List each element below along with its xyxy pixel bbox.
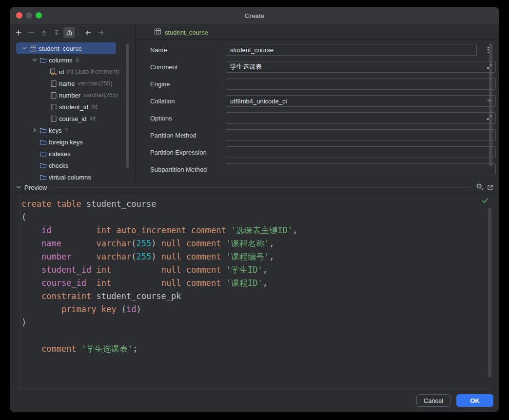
chevron-down-icon[interactable] — [20, 45, 28, 51]
tree-item-type: int — [89, 115, 96, 122]
close-window-button[interactable] — [16, 12, 22, 19]
chevron-down-icon[interactable] — [30, 57, 39, 63]
add-button[interactable] — [13, 27, 24, 38]
editor-tab[interactable]: student_course — [136, 25, 499, 40]
sql-preview-editor[interactable]: create table student_course( id int auto… — [15, 194, 494, 388]
tree-item-id[interactable]: idint (auto increment) — [16, 66, 116, 78]
tree-item-columns[interactable]: columns5 — [16, 54, 116, 66]
code-line: ) — [21, 316, 494, 329]
subpartition-method-field-wrap — [226, 163, 496, 175]
partition-expression-field[interactable] — [226, 146, 496, 158]
tree-item-type: int — [91, 103, 98, 110]
folder-icon — [39, 57, 48, 64]
preview-collapse-chevron-icon[interactable] — [16, 184, 21, 190]
comment-field[interactable] — [226, 61, 496, 73]
table-form-pane: student_course Name⋮CommentEngineCollati… — [136, 25, 499, 181]
tree-item-label: keys — [49, 127, 62, 134]
code-line: name varchar(255) null comment '课程名称', — [21, 237, 494, 250]
tree-item-course_id[interactable]: course_idint — [16, 113, 116, 124]
tree-item-name[interactable]: namevarchar(255) — [16, 78, 116, 89]
back-button[interactable] — [82, 27, 94, 38]
tree-item-label: indexes — [49, 150, 71, 158]
table-icon — [28, 45, 38, 52]
tree-item-foreign-keys[interactable]: foreign keys — [16, 136, 116, 148]
form-scrollbar[interactable] — [489, 43, 492, 166]
tree-item-label: student_course — [39, 45, 82, 52]
options-field-wrap — [226, 112, 496, 124]
table-icon — [154, 28, 161, 37]
engine-field-label: Engine — [150, 80, 226, 88]
move-up-button[interactable] — [38, 27, 50, 38]
gear-icon[interactable]: ⚙▾ — [476, 183, 484, 191]
comment-field-label: Comment — [150, 63, 226, 71]
window-controls — [16, 12, 42, 19]
minimize-window-button[interactable] — [26, 12, 32, 19]
name-field[interactable] — [226, 44, 477, 56]
subpartition-method-field[interactable] — [226, 163, 496, 175]
structure-toolbar — [10, 25, 135, 40]
partition-method-field[interactable] — [226, 129, 496, 141]
collation-field-row: Collation — [150, 95, 499, 107]
tree-item-type: varchar(255) — [78, 80, 113, 87]
structure-tree: student_coursecolumns5idint (auto increm… — [10, 40, 135, 181]
preview-toggle-button[interactable] — [63, 27, 75, 38]
ok-button[interactable]: OK — [456, 394, 493, 407]
partition-expression-field-label: Partition Expression — [150, 149, 226, 156]
tree-item-type: varchar(255) — [83, 92, 118, 99]
tree-scrollbar[interactable] — [126, 43, 129, 168]
tree-item-indexes[interactable]: indexes — [16, 148, 116, 160]
comment-field-row: Comment — [150, 61, 499, 73]
engine-field[interactable] — [226, 78, 496, 90]
partition-method-field-row: Partition Method — [150, 129, 499, 141]
tree-item-number[interactable]: numbervarchar(255) — [16, 89, 116, 101]
subpartition-method-field-label: Subpartition Method — [150, 166, 226, 173]
name-field-row: Name⋮ — [150, 44, 499, 56]
collation-field-wrap — [226, 95, 496, 107]
open-in-editor-icon[interactable] — [487, 184, 493, 191]
folder-icon — [39, 150, 48, 158]
editor-scrollbar[interactable] — [488, 208, 491, 378]
tree-item-keys[interactable]: keys1 — [16, 124, 116, 136]
code-line: student_id int null comment '学生ID', — [21, 263, 494, 277]
divider — [54, 187, 468, 188]
structure-pane: student_coursecolumns5idint (auto increm… — [10, 25, 136, 181]
tree-item-student_course[interactable]: student_course — [16, 42, 116, 54]
dialog-footer: Cancel OK — [10, 388, 499, 412]
gutter-divider — [20, 194, 20, 388]
code-line: constraint student_course_pk — [21, 290, 494, 303]
code-line: number varchar(255) null comment '课程编号', — [21, 250, 494, 263]
partition-method-field-label: Partition Method — [150, 132, 226, 139]
tree-item-student_id[interactable]: student_idint — [16, 101, 116, 113]
tree-item-label: foreign keys — [49, 139, 83, 146]
engine-field-row: Engine — [150, 78, 499, 90]
create-table-dialog: Create student_coursecolumns5idint (auto… — [10, 7, 499, 412]
code-line — [21, 329, 494, 342]
cancel-button[interactable]: Cancel — [416, 394, 450, 407]
forward-button[interactable] — [95, 27, 107, 38]
options-field[interactable] — [226, 112, 496, 124]
preview-label: Preview — [24, 184, 47, 191]
toolbar-separator — [78, 29, 79, 37]
chevron-right-icon[interactable] — [30, 127, 39, 133]
preview-header: Preview ⚙▾ — [10, 181, 499, 194]
column-icon — [49, 115, 58, 122]
tree-item-label: id — [59, 68, 64, 76]
name-field-wrap — [226, 44, 477, 56]
tree-item-checks[interactable]: checks — [16, 160, 116, 171]
column-icon — [49, 103, 58, 111]
editor-tab-label: student_course — [165, 29, 208, 36]
folder-icon — [39, 127, 48, 134]
tree-item-count: 5 — [76, 57, 79, 63]
move-down-button[interactable] — [51, 27, 62, 38]
partition-expression-field-wrap — [226, 146, 496, 158]
folder-icon — [39, 162, 48, 169]
collation-field[interactable] — [226, 95, 496, 107]
tree-item-virtual-columns[interactable]: virtual columns — [16, 171, 116, 181]
partition-expression-field-row: Partition Expression — [150, 146, 499, 158]
code-line: ( — [21, 211, 494, 224]
inspection-ok-icon — [482, 198, 489, 203]
remove-button[interactable] — [25, 27, 37, 38]
folder-icon — [39, 139, 48, 146]
tree-item-label: columns — [49, 57, 72, 64]
zoom-window-button[interactable] — [36, 12, 42, 19]
